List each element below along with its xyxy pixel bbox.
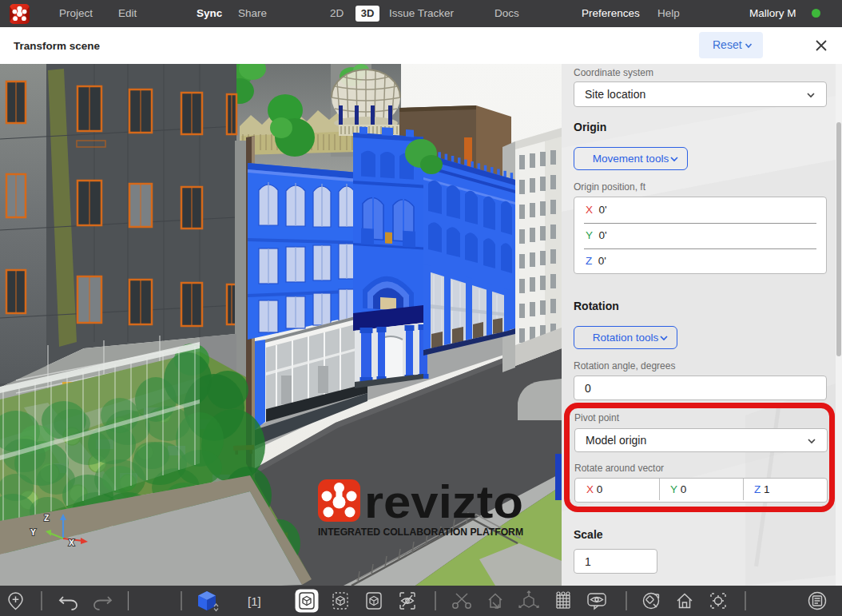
svg-text:X: X <box>69 538 74 547</box>
svg-text:Z: Z <box>44 513 50 523</box>
svg-text:INTEGRATED COLLABORATION PLATF: INTEGRATED COLLABORATION PLATFORM <box>318 527 523 538</box>
svg-text:Y: Y <box>30 527 36 537</box>
svg-text:revizto: revizto <box>364 476 523 527</box>
svg-text:[1]: [1] <box>248 594 261 608</box>
